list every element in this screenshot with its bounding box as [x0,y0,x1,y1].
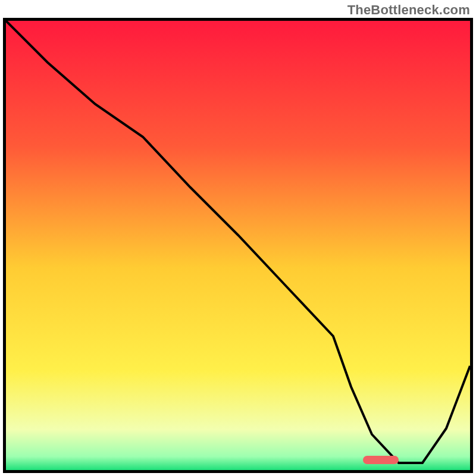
watermark-label: TheBottleneck.com [347,2,470,18]
curve-line [6,21,470,463]
plot-frame [3,18,473,473]
optimum-marker [363,456,399,464]
chart-container: TheBottleneck.com [0,0,476,476]
bottleneck-curve [6,21,470,470]
